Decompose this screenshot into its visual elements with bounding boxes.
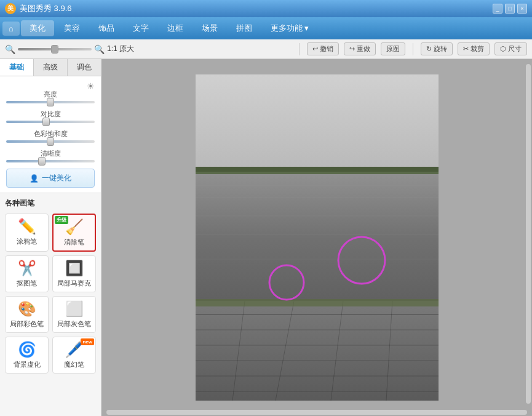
one-key-beautify-button[interactable]: 👤 一键美化 [6, 169, 95, 188]
toolbar: 🔍 🔍 1:1 原大 ↩ 撤销 ↪ 重做 原图 ↻ 旋转 ✂ 裁剪 ⬡ 尺寸 [0, 39, 532, 59]
eraser-label: 消除笔 [64, 238, 84, 246]
sub-tab-basic[interactable]: 基础 [0, 59, 34, 76]
zoom-section: 🔍 🔍 1:1 原大 [5, 44, 292, 54]
brush-item-magic[interactable]: new 🖊️ 魔幻笔 [52, 337, 96, 374]
resize-button[interactable]: ⬡ 尺寸 [494, 42, 527, 55]
zoom-slider[interactable] [18, 48, 92, 50]
contrast-row: 对比度 [6, 110, 95, 123]
beautify-icon: 👤 [30, 174, 39, 183]
crop-icon: ✂ [463, 45, 469, 53]
brush-section: 各种画笔 ✏️ 涂鸦笔 升级 🧹 消除笔 ✂️ 抠图笔 [0, 193, 101, 416]
original-button[interactable]: 原图 [381, 42, 405, 55]
badge-new: new [81, 338, 94, 345]
photo [196, 74, 439, 401]
horizontal-scrollbar[interactable] [106, 410, 527, 415]
menu-item-scene[interactable]: 场景 [193, 20, 226, 36]
vertical-scrollbar[interactable] [526, 64, 531, 404]
zoom-label: 1:1 原大 [107, 44, 134, 54]
graffiti-label: 涂鸦笔 [17, 238, 37, 245]
svg-rect-0 [196, 74, 439, 176]
brush-section-title: 各种画笔 [5, 198, 96, 209]
menu-item-beautify[interactable]: 美化 [21, 20, 54, 36]
resize-icon: ⬡ [500, 45, 506, 53]
undo-icon: ↩ [312, 45, 318, 53]
magic-label: 魔幻笔 [64, 361, 84, 368]
toolbar-separator-2 [413, 43, 413, 55]
brush-item-mosaic[interactable]: 🔲 局部马赛克 [52, 255, 96, 292]
blur-icon: 🌀 [8, 341, 46, 358]
zoom-in-icon[interactable]: 🔍 [94, 44, 105, 54]
title-bar: 美 美图秀秀 3.9.6 _ □ × [0, 0, 532, 17]
blur-label: 背景虚化 [14, 361, 41, 368]
contrast-label: 对比度 [6, 110, 95, 119]
crop-button[interactable]: ✂ 裁剪 [458, 42, 490, 55]
toolbar-separator-1 [299, 43, 300, 55]
rotate-icon: ↻ [426, 45, 432, 53]
mosaic-label: 局部马赛克 [57, 279, 91, 287]
image-container [196, 74, 439, 401]
brush-item-eraser[interactable]: 升级 🧹 消除笔 [52, 214, 96, 252]
svg-rect-9 [196, 301, 439, 401]
mosaic-icon: 🔲 [55, 260, 93, 277]
rotate-button[interactable]: ↻ 旋转 [421, 42, 453, 55]
sub-tab-advanced[interactable]: 高级 [34, 59, 68, 76]
color-icon: 🎨 [8, 300, 46, 318]
graffiti-icon: ✏️ [8, 218, 46, 235]
home-menu-item[interactable]: ⌂ [2, 22, 20, 36]
svg-rect-20 [196, 299, 439, 306]
sub-tab-color[interactable]: 调色 [68, 59, 101, 76]
badge-upgrade: 升级 [55, 216, 68, 224]
cutout-label: 抠图笔 [17, 279, 37, 287]
redo-icon: ↪ [349, 45, 355, 53]
menu-item-border[interactable]: 边框 [159, 20, 192, 36]
left-panel: 基础 高级 调色 ☀ 亮度 对比度 [0, 59, 101, 416]
brush-item-cutout[interactable]: ✂️ 抠图笔 [5, 255, 49, 292]
brush-item-graffiti[interactable]: ✏️ 涂鸦笔 [5, 214, 49, 252]
brush-item-color[interactable]: 🎨 局部彩色笔 [5, 296, 49, 333]
brush-item-blur[interactable]: 🌀 背景虚化 [5, 337, 49, 374]
saturation-slider[interactable] [6, 140, 95, 143]
app-title: 美图秀秀 3.9.6 [20, 3, 493, 14]
cutout-icon: ✂️ [8, 260, 46, 277]
menu-item-collage[interactable]: 拼图 [228, 20, 261, 36]
saturation-row: 色彩饱和度 [6, 129, 95, 143]
svg-rect-3 [196, 174, 439, 303]
gray-label: 局部灰色笔 [57, 320, 91, 327]
sharpness-label: 清晰度 [6, 149, 95, 158]
main-area: 基础 高级 调色 ☀ 亮度 对比度 [0, 59, 532, 416]
sharpness-slider[interactable] [6, 160, 95, 162]
brightness-slider[interactable] [6, 101, 95, 103]
canvas-area[interactable] [101, 59, 532, 416]
close-button[interactable]: × [517, 4, 527, 14]
menu-item-more[interactable]: 更多功能 ▾ [262, 20, 318, 36]
brush-item-gray[interactable]: ⬜ 局部灰色笔 [52, 296, 96, 333]
zoom-out-icon[interactable]: 🔍 [5, 44, 15, 54]
menu-item-text[interactable]: 文字 [124, 20, 157, 36]
menu-item-accessories[interactable]: 饰品 [90, 20, 123, 36]
sliders-section: ☀ 亮度 对比度 色彩饱和度 清晰度 [0, 76, 101, 193]
gray-icon: ⬜ [55, 300, 93, 318]
brightness-row: ☀ 亮度 [6, 81, 95, 103]
sub-tabs: 基础 高级 调色 [0, 59, 101, 76]
undo-button[interactable]: ↩ 撤销 [307, 42, 339, 55]
window-controls: _ □ × [493, 4, 527, 14]
menu-item-makeup[interactable]: 美容 [55, 20, 89, 36]
menu-bar: ⌂ 美化 美容 饰品 文字 边框 场景 拼图 更多功能 ▾ [0, 17, 532, 39]
color-label: 局部彩色笔 [10, 320, 44, 327]
minimize-button[interactable]: _ [493, 4, 502, 14]
maximize-button[interactable]: □ [505, 4, 515, 14]
redo-button[interactable]: ↪ 重做 [344, 42, 376, 55]
brush-grid: ✏️ 涂鸦笔 升级 🧹 消除笔 ✂️ 抠图笔 🔲 局部马赛克 [5, 214, 96, 374]
home-icon: ⌂ [9, 24, 14, 33]
sharpness-row: 清晰度 [6, 149, 95, 162]
contrast-slider[interactable] [6, 121, 95, 123]
app-icon: 美 [5, 3, 16, 14]
